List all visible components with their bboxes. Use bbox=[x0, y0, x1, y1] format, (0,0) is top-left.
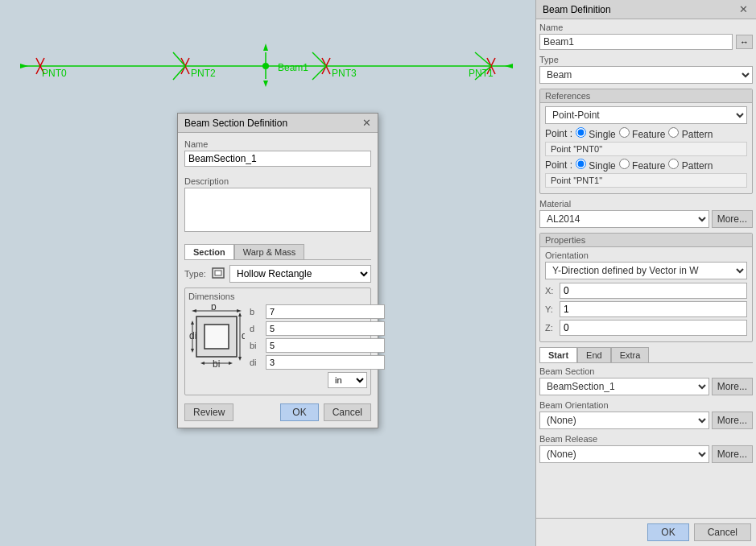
d-label: d bbox=[250, 324, 262, 333]
svg-marker-46 bbox=[191, 321, 194, 325]
properties-title: Properties bbox=[540, 234, 752, 247]
material-select[interactable]: AL2014 bbox=[539, 210, 709, 228]
tab-extra[interactable]: Extra bbox=[611, 347, 650, 362]
z-row: Z: bbox=[545, 320, 747, 336]
point2-radio-row: Point : Single Feature Pattern bbox=[545, 159, 747, 172]
beam-release-select[interactable]: (None) bbox=[539, 445, 709, 463]
svg-text:di: di bbox=[189, 330, 196, 341]
point2-single-radio[interactable] bbox=[576, 159, 586, 169]
section-tabs: Section Warp & Mass bbox=[184, 244, 371, 260]
svg-line-26 bbox=[475, 52, 491, 66]
beam-section-group: Beam Section BeamSection_1 More... bbox=[539, 366, 753, 395]
d-field-row: d bbox=[250, 321, 385, 336]
x-input[interactable] bbox=[560, 283, 747, 299]
material-row: AL2014 More... bbox=[539, 210, 753, 228]
panel-ok-button[interactable]: OK bbox=[647, 523, 688, 541]
bi-input[interactable] bbox=[266, 338, 385, 353]
tab-section[interactable]: Section bbox=[184, 244, 234, 259]
svg-text:PNT0: PNT0 bbox=[42, 68, 67, 79]
type-select[interactable]: Beam bbox=[539, 66, 753, 84]
b-label: b bbox=[250, 307, 262, 316]
right-panel: Beam Definition ✕ Name ↔ Type Beam Refer… bbox=[535, 0, 756, 546]
description-input[interactable] bbox=[184, 188, 371, 232]
y-row: Y: bbox=[545, 301, 747, 317]
point2-pattern-label[interactable]: Pattern bbox=[668, 159, 713, 172]
type-group: Type Beam bbox=[539, 55, 753, 84]
beam-release-label: Beam Release bbox=[539, 434, 753, 444]
beam-release-more-button[interactable]: More... bbox=[712, 445, 753, 463]
references-title: References bbox=[540, 89, 752, 103]
svg-point-11 bbox=[262, 63, 269, 69]
name-arrow-button[interactable]: ↔ bbox=[736, 35, 753, 49]
svg-text:PNT3: PNT3 bbox=[332, 68, 357, 79]
beam-orientation-more-button[interactable]: More... bbox=[712, 412, 753, 429]
x-label: X: bbox=[545, 286, 556, 296]
point1-single-label[interactable]: Single bbox=[576, 127, 616, 140]
references-box: References Point-Point Point : Single Fe… bbox=[539, 89, 753, 194]
beam-section-label: Beam Section bbox=[539, 366, 753, 376]
tab-warp-mass[interactable]: Warp & Mass bbox=[234, 244, 305, 259]
panel-bottom-buttons: OK Cancel bbox=[536, 518, 756, 546]
material-more-button[interactable]: More... bbox=[712, 210, 753, 228]
references-content: Point-Point Point : Single Feature Patte… bbox=[540, 103, 752, 193]
beam-release-row: (None) More... bbox=[539, 445, 753, 463]
name-row: ↔ bbox=[539, 34, 753, 50]
unit-select[interactable]: in mm cm m bbox=[328, 372, 367, 388]
dialog-ok-button[interactable]: OK bbox=[280, 403, 318, 421]
point2-feature-radio[interactable] bbox=[619, 159, 630, 169]
point1-label: Point : bbox=[545, 128, 572, 139]
beam-orientation-row: (None) More... bbox=[539, 412, 753, 429]
beam-section-dialog: Beam Section Definition ✕ Name Descripti… bbox=[177, 113, 378, 428]
point1-pattern-radio[interactable] bbox=[668, 127, 679, 138]
dialog-buttons: Review OK Cancel bbox=[184, 400, 371, 421]
name-label: Name bbox=[539, 23, 753, 32]
bi-field-row: bi bbox=[250, 338, 385, 353]
panel-cancel-button[interactable]: Cancel bbox=[694, 523, 751, 541]
svg-text:d: d bbox=[242, 330, 245, 341]
dimension-fields: b d bi di bbox=[250, 304, 385, 372]
point2-single-label[interactable]: Single bbox=[576, 159, 616, 172]
tab-start[interactable]: Start bbox=[539, 347, 577, 362]
dialog-close-button[interactable]: ✕ bbox=[362, 117, 371, 129]
beam-section-select[interactable]: BeamSection_1 bbox=[539, 378, 709, 395]
y-label: Y: bbox=[545, 304, 556, 314]
review-button[interactable]: Review bbox=[184, 403, 233, 421]
b-field-row: b bbox=[250, 304, 385, 319]
name-group: Name bbox=[184, 139, 371, 172]
tab-end[interactable]: End bbox=[577, 347, 611, 362]
z-input[interactable] bbox=[560, 320, 747, 336]
references-select[interactable]: Point-Point bbox=[545, 106, 747, 124]
y-input[interactable] bbox=[560, 301, 747, 317]
di-label: di bbox=[250, 358, 262, 367]
name-input[interactable] bbox=[539, 34, 733, 50]
point1-single-radio[interactable] bbox=[576, 127, 586, 138]
point1-radio-row: Point : Single Feature Pattern bbox=[545, 127, 747, 140]
svg-line-8 bbox=[173, 52, 185, 66]
beam-orientation-select[interactable]: (None) bbox=[539, 412, 709, 429]
point2-pattern-radio[interactable] bbox=[668, 159, 679, 169]
point1-pattern-label[interactable]: Pattern bbox=[668, 127, 713, 140]
b-input[interactable] bbox=[266, 304, 385, 319]
name-group: Name ↔ bbox=[539, 23, 753, 50]
dialog-title: Beam Section Definition bbox=[184, 118, 287, 129]
type-select[interactable]: Hollow Rectangle Rectangle Circle Hollow… bbox=[229, 265, 371, 283]
point1-feature-radio[interactable] bbox=[619, 127, 630, 138]
svg-rect-32 bbox=[204, 325, 229, 349]
point2-label: Point : bbox=[545, 159, 572, 171]
beam-section-more-button[interactable]: More... bbox=[712, 378, 753, 395]
description-label: Description bbox=[184, 176, 371, 186]
point1-feature-label[interactable]: Feature bbox=[619, 127, 666, 140]
material-label: Material bbox=[539, 199, 753, 209]
name-input[interactable] bbox=[184, 151, 371, 167]
dimensions-inner: b d bi d bbox=[188, 304, 367, 372]
d-input[interactable] bbox=[266, 321, 385, 336]
dimensions-title: Dimensions bbox=[188, 292, 367, 301]
dialog-cancel-button[interactable]: Cancel bbox=[324, 403, 371, 421]
svg-rect-30 bbox=[215, 271, 221, 275]
di-input[interactable] bbox=[266, 355, 385, 370]
point2-feature-label[interactable]: Feature bbox=[619, 159, 666, 172]
di-field-row: di bbox=[250, 355, 385, 370]
orientation-select[interactable]: Y-Direction defined by Vector in W bbox=[545, 262, 747, 279]
panel-close-button[interactable]: ✕ bbox=[737, 3, 750, 15]
point2-display: Point "PNT1" bbox=[545, 173, 747, 188]
